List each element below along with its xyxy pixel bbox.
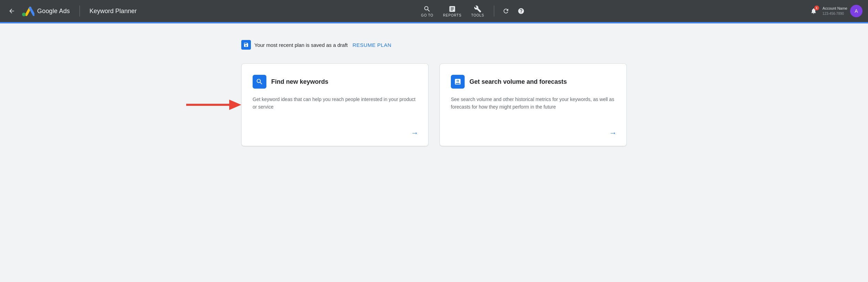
header-left: Google Ads Keyword Planner [6,5,137,17]
account-info: Account Name 123-456-7890 [823,6,847,16]
save-icon [243,42,249,48]
card-1-description: Get keyword ideas that can help you reac… [253,95,417,135]
help-button[interactable] [515,5,527,17]
refresh-icon [502,8,509,14]
notification-badge: 1 [814,6,819,10]
svg-rect-4 [457,80,458,83]
refresh-button[interactable] [500,5,512,17]
main-content: Your most recent plan is saved as a draf… [227,23,641,163]
svg-point-0 [22,13,26,17]
notification-button[interactable]: 1 [807,5,820,17]
card-1-title: Find new keywords [271,78,328,85]
resume-plan-link[interactable]: RESUME PLAN [352,42,391,48]
card-2-header: Get search volume and forecasts [451,75,615,89]
google-ads-logo-icon [22,5,34,17]
red-arrow-svg [186,98,241,112]
card-1-header: Find new keywords [253,75,417,89]
tools-label: TOOLS [471,13,484,17]
red-arrow [186,98,241,112]
draft-icon [241,40,251,50]
draft-text: Your most recent plan is saved as a draf… [254,42,348,48]
svg-rect-1 [186,104,231,106]
back-button[interactable] [6,6,18,16]
svg-rect-5 [459,82,459,83]
nav-icon-group: GO TO REPORTS TOOLS [417,2,488,20]
draft-banner: Your most recent plan is saved as a draf… [241,40,627,50]
cards-wrapper: Find new keywords Get keyword ideas that… [241,63,627,146]
app-name: Google Ads [37,8,70,15]
search-icon [423,5,431,13]
find-keywords-card[interactable]: Find new keywords Get keyword ideas that… [241,63,428,146]
page-title: Keyword Planner [89,8,137,15]
red-arrow-container [186,98,241,112]
header-nav: GO TO REPORTS TOOLS [137,2,807,20]
tools-nav-button[interactable]: TOOLS [467,2,488,20]
search-volume-icon [454,78,462,85]
goto-label: GO TO [421,13,433,17]
reports-nav-button[interactable]: REPORTS [439,2,466,20]
google-ads-logo: Google Ads [22,5,70,17]
avatar[interactable]: A [850,5,862,17]
cards-container: Find new keywords Get keyword ideas that… [241,63,627,146]
svg-marker-2 [229,100,241,110]
card-2-arrow: → [609,129,617,138]
help-icon [518,8,525,14]
reports-icon [448,5,456,13]
card-1-arrow: → [411,129,419,138]
main-header: Google Ads Keyword Planner GO TO REPORTS [0,0,868,22]
find-keywords-icon [256,78,263,85]
tools-icon [474,5,481,13]
card-2-title: Get search volume and forecasts [469,78,567,85]
header-right: 1 Account Name 123-456-7890 A [807,5,862,17]
svg-rect-3 [456,81,457,83]
card-2-icon [451,75,465,89]
nav-divider [494,6,494,17]
reports-label: REPORTS [443,13,462,17]
card-1-icon [253,75,266,89]
account-name: Account Name [823,6,847,11]
header-divider [80,6,80,17]
card-2-description: See search volume and other historical m… [451,95,615,135]
account-id: 123-456-7890 [823,11,847,16]
goto-nav-button[interactable]: GO TO [417,2,437,20]
search-volume-card[interactable]: Get search volume and forecasts See sear… [440,63,627,146]
